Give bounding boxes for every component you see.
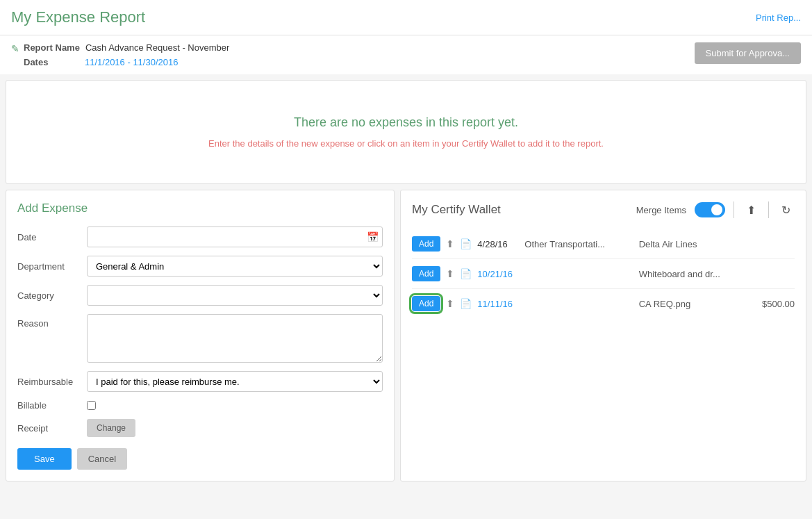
add-item-button-1[interactable]: Add [412, 236, 440, 252]
wallet-header: My Certify Wallet Merge Items ⬆ ↻ [412, 201, 795, 218]
department-select[interactable]: General & Admin Engineering Marketing Sa… [87, 256, 383, 277]
page-title: My Expense Report [11, 8, 145, 26]
divider [734, 201, 734, 218]
dates-value: 11/1/2016 - 11/30/2016 [85, 57, 178, 67]
item-merchant-2: Whiteboard and dr... [639, 269, 747, 279]
cancel-button[interactable]: Cancel [77, 448, 127, 470]
empty-subtitle: Enter the details of the new expense or … [20, 138, 792, 149]
receipt-row: Receipt Change [17, 419, 383, 437]
billable-checkbox[interactable] [87, 401, 96, 410]
wallet-panel: My Certify Wallet Merge Items ⬆ ↻ Add ⬆ … [400, 190, 806, 481]
billable-label: Billable [17, 400, 87, 411]
empty-report-panel: There are no expenses in this report yet… [6, 80, 806, 184]
reimbursable-select[interactable]: I paid for this, please reimburse me. Co… [87, 371, 383, 392]
print-link[interactable]: Print Rep... [756, 13, 801, 23]
merge-toggle[interactable] [695, 202, 725, 217]
category-row: Category [17, 285, 383, 306]
doc-item-icon-3[interactable]: 📄 [460, 298, 472, 309]
doc-item-icon-1[interactable]: 📄 [460, 238, 472, 249]
add-item-button-2[interactable]: Add [412, 266, 440, 281]
wallet-item: Add ⬆ 📄 10/21/16 Whiteboard and dr... [412, 259, 795, 289]
upload-icon-button[interactable]: ⬆ [743, 202, 760, 218]
divider2 [768, 201, 769, 218]
wallet-title: My Certify Wallet [412, 203, 501, 217]
category-label: Category [17, 290, 87, 301]
submit-approval-button[interactable]: Submit for Approva... [695, 42, 801, 64]
reason-textarea[interactable] [87, 314, 383, 363]
receipt-label: Receipt [17, 423, 87, 434]
toggle-slider [695, 202, 725, 217]
item-merchant-1: Delta Air Lines [639, 239, 747, 249]
add-expense-title: Add Expense [17, 201, 383, 215]
page-header: My Expense Report Print Rep... [0, 0, 812, 35]
empty-title: There are no expenses in this report yet… [20, 115, 792, 130]
reason-label: Reason [17, 314, 87, 329]
change-receipt-button[interactable]: Change [87, 419, 135, 437]
wallet-controls: Merge Items ⬆ ↻ [636, 201, 795, 218]
date-row: Date 📅 [17, 226, 383, 247]
upload-item-icon-3[interactable]: ⬆ [446, 298, 454, 309]
billable-row: Billable [17, 400, 383, 411]
reason-row: Reason [17, 314, 383, 363]
date-input[interactable] [87, 226, 383, 247]
upload-item-icon-2[interactable]: ⬆ [446, 268, 454, 279]
report-meta: ✎ Report Name Cash Advance Request - Nov… [0, 35, 812, 74]
refresh-icon-button[interactable]: ↻ [777, 202, 795, 218]
merge-items-label: Merge Items [636, 205, 686, 215]
date-label: Date [17, 232, 87, 242]
add-expense-panel: Add Expense Date 📅 Department General & … [6, 190, 395, 481]
reimbursable-row: Reimbursable I paid for this, please rei… [17, 371, 383, 392]
save-button[interactable]: Save [17, 448, 72, 470]
item-amount-3: $500.00 [753, 299, 795, 309]
wallet-item: Add ⬆ 📄 11/11/16 CA REQ.png $500.00 [412, 289, 795, 318]
add-item-button-3[interactable]: Add [412, 296, 440, 311]
department-label: Department [17, 261, 87, 272]
edit-icon: ✎ [11, 43, 19, 54]
item-merchant-3: CA REQ.png [639, 299, 747, 309]
bottom-section: Add Expense Date 📅 Department General & … [6, 190, 806, 481]
form-action-buttons: Save Cancel [17, 448, 383, 470]
item-date-3: 11/11/16 [477, 299, 519, 309]
category-select[interactable] [87, 285, 383, 306]
dates-label: Dates [24, 57, 79, 67]
item-date-2: 10/21/16 [477, 269, 519, 279]
item-date-1: 4/28/16 [477, 239, 519, 249]
item-category-1: Other Transportati... [524, 239, 633, 249]
reimbursable-label: Reimbursable [17, 377, 87, 387]
calendar-icon: 📅 [367, 231, 379, 242]
billable-checkbox-wrapper [87, 401, 100, 410]
department-row: Department General & Admin Engineering M… [17, 256, 383, 277]
doc-item-icon-2[interactable]: 📄 [460, 268, 472, 279]
report-name-value: Cash Advance Request - November [85, 42, 229, 53]
wallet-item: Add ⬆ 📄 4/28/16 Other Transportati... De… [412, 229, 795, 259]
upload-item-icon-1[interactable]: ⬆ [446, 238, 454, 249]
report-name-label: Report Name [24, 42, 80, 53]
